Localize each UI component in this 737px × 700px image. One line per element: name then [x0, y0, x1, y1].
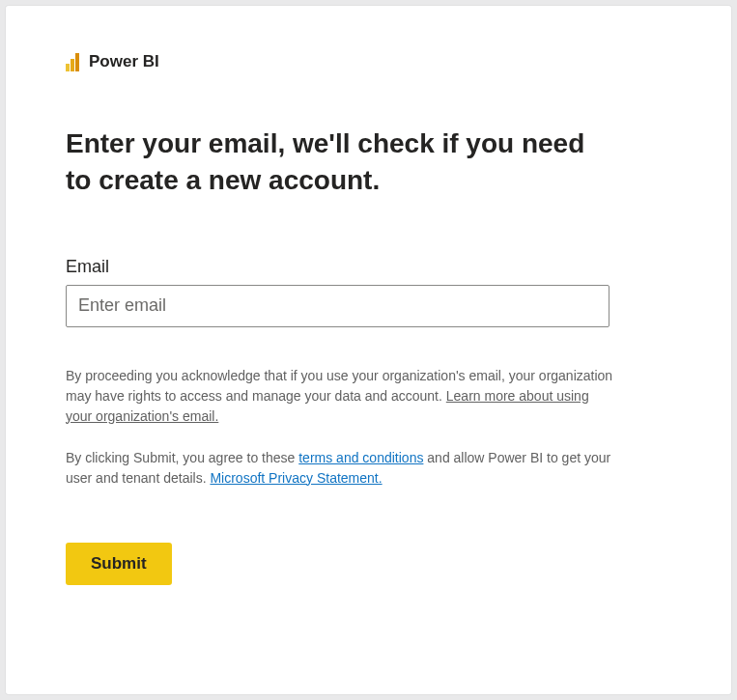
email-label: Email [66, 257, 671, 277]
page-heading: Enter your email, we'll check if you nee… [66, 126, 607, 199]
svg-rect-1 [71, 59, 74, 71]
svg-rect-2 [75, 53, 79, 71]
brand-header: Power BI [66, 52, 671, 71]
privacy-link[interactable]: Microsoft Privacy Statement. [210, 470, 382, 486]
disclaimer-block: By proceeding you acknowledge that if yo… [66, 366, 616, 489]
svg-rect-0 [66, 64, 70, 71]
email-input[interactable] [66, 285, 609, 327]
terms-link[interactable]: terms and conditions [298, 450, 423, 465]
disclaimer-terms-text-a: By clicking Submit, you agree to these [66, 450, 298, 465]
powerbi-icon [66, 52, 81, 71]
disclaimer-terms: By clicking Submit, you agree to these t… [66, 448, 616, 489]
submit-button[interactable]: Submit [66, 543, 172, 585]
signup-card: Power BI Enter your email, we'll check i… [6, 6, 731, 694]
brand-name: Power BI [89, 52, 159, 71]
disclaimer-org: By proceeding you acknowledge that if yo… [66, 366, 616, 427]
